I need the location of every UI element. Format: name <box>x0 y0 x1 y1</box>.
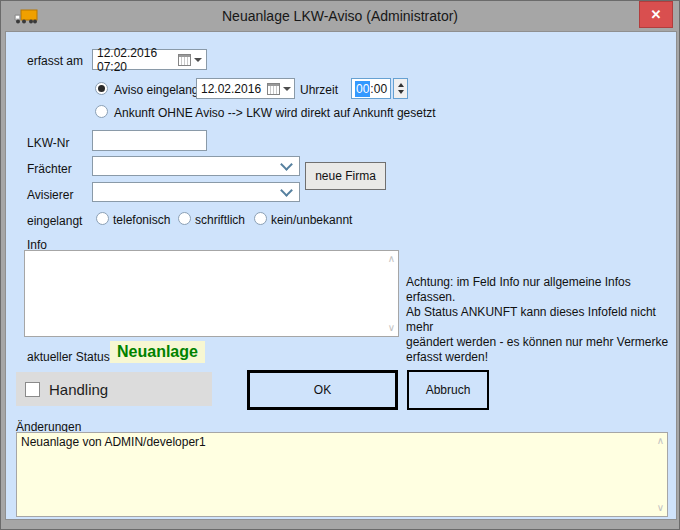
ok-button[interactable]: OK <box>247 370 398 410</box>
abbruch-button[interactable]: Abbruch <box>407 370 489 410</box>
dropdown-arrow-icon <box>283 87 291 91</box>
info-textarea-wrap: ∧ ∨ <box>24 250 399 337</box>
window-title: Neuanlage LKW-Aviso (Administrator) <box>1 8 679 24</box>
calendar-icon <box>178 54 191 66</box>
neue-firma-button[interactable]: neue Firma <box>305 162 386 190</box>
dialog-body: erfasst am 12.02.2016 07:20 Aviso eingel… <box>5 31 677 520</box>
radio-aviso-eingelangt-label[interactable]: Aviso eingelangt <box>114 83 202 97</box>
radio-telefonisch-label[interactable]: telefonisch <box>113 213 170 227</box>
aenderungen-textarea-wrap: Neuanlage von ADMIN/developer1 ∧ ∨ <box>16 432 668 517</box>
scroll-down-icon[interactable]: ∨ <box>657 503 664 513</box>
erfasst-am-value: 12.02.2016 07:20 <box>97 46 172 74</box>
close-button[interactable]: ✕ <box>639 1 673 28</box>
radio-aviso-eingelangt[interactable] <box>95 82 108 95</box>
chevron-down-icon <box>280 158 293 171</box>
info-warning-text: Achtung: im Feld Info nur allgemeine Inf… <box>406 275 676 365</box>
fraechter-label: Frächter <box>27 162 72 176</box>
info-textarea[interactable] <box>25 251 398 336</box>
handling-label[interactable]: Handling <box>49 381 108 398</box>
radio-schriftlich[interactable] <box>178 212 191 225</box>
titlebar: Neuanlage LKW-Aviso (Administrator) ✕ <box>1 1 679 31</box>
aenderungen-textarea[interactable]: Neuanlage von ADMIN/developer1 <box>17 433 667 516</box>
radio-ankunft-ohne-aviso[interactable] <box>95 105 108 118</box>
uhrzeit-spinner[interactable]: 00:00 <box>351 78 408 99</box>
aviso-date-picker[interactable]: 12.02.2016 <box>196 78 295 99</box>
avisierer-label: Avisierer <box>27 188 73 202</box>
eingelangt-label: eingelangt <box>27 214 82 228</box>
time-spin-buttons[interactable] <box>393 78 408 99</box>
uhrzeit-label: Uhrzeit <box>300 83 338 97</box>
status-badge: Neuanlage <box>110 341 205 363</box>
time-minutes: 00 <box>374 82 387 96</box>
fraechter-combobox[interactable] <box>92 156 300 176</box>
lkw-nr-input[interactable] <box>97 131 202 150</box>
avisierer-combobox[interactable] <box>92 182 300 202</box>
dialog-window: Neuanlage LKW-Aviso (Administrator) ✕ er… <box>0 0 680 530</box>
warning-line: Achtung: im Feld Info nur allgemeine Inf… <box>406 275 676 305</box>
radio-schriftlich-label[interactable]: schriftlich <box>195 213 245 227</box>
aviso-date-value: 12.02.2016 <box>201 82 261 96</box>
calendar-icon <box>267 83 280 95</box>
spin-up-icon[interactable] <box>398 83 404 87</box>
warning-line: erfasst werden! <box>406 350 676 365</box>
warning-line: Ab Status ANKUNFT kann dieses Infofeld n… <box>406 305 676 335</box>
scroll-up-icon[interactable]: ∧ <box>657 436 664 446</box>
aktueller-status-label: aktueller Status <box>27 350 110 364</box>
erfasst-am-label: erfasst am <box>27 54 83 68</box>
lkw-nr-label: LKW-Nr <box>27 136 69 150</box>
radio-ankunft-ohne-aviso-label[interactable]: Ankunft OHNE Aviso --> LKW wird direkt a… <box>114 106 436 120</box>
radio-kein-unbekannt[interactable] <box>254 212 267 225</box>
scroll-down-icon[interactable]: ∨ <box>388 323 395 333</box>
spin-down-icon[interactable] <box>398 90 404 94</box>
warning-line: geändert werden - es können nur mehr Ver… <box>406 335 676 350</box>
erfasst-am-datetime-picker[interactable]: 12.02.2016 07:20 <box>92 49 207 70</box>
handling-checkbox[interactable] <box>25 382 40 397</box>
dropdown-arrow-icon <box>194 58 202 62</box>
handling-panel: Handling <box>16 372 212 406</box>
radio-kein-unbekannt-label[interactable]: kein/unbekannt <box>271 213 352 227</box>
radio-telefonisch[interactable] <box>96 212 109 225</box>
scroll-up-icon[interactable]: ∧ <box>388 254 395 264</box>
chevron-down-icon <box>280 184 293 197</box>
time-hours-selected: 00 <box>355 81 370 97</box>
lkw-nr-input-wrap <box>92 130 207 151</box>
time-value[interactable]: 00:00 <box>351 78 391 99</box>
